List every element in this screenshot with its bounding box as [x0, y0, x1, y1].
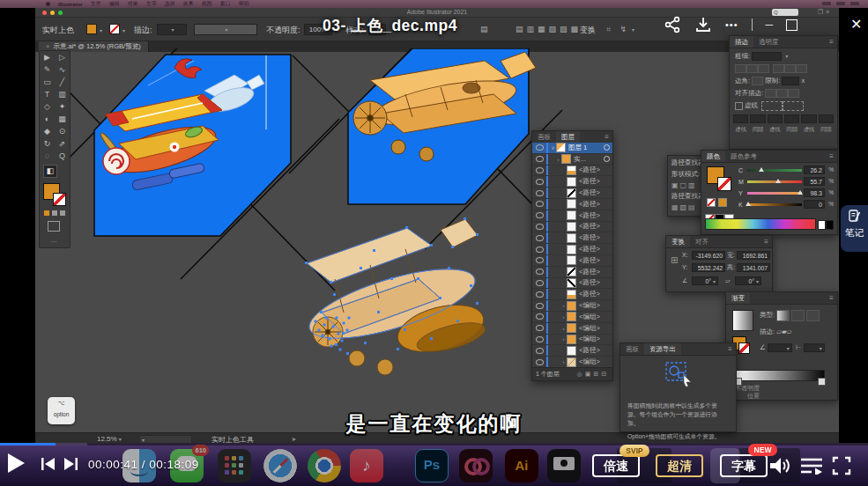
- layer-label[interactable]: 实...: [574, 155, 586, 164]
- color-mini-swatches[interactable]: [707, 198, 727, 207]
- visibility-eye-icon[interactable]: [536, 212, 544, 218]
- tab-align[interactable]: 对齐: [690, 236, 714, 247]
- gradient-angle-field[interactable]: [768, 343, 792, 352]
- tab-artboards-2[interactable]: 画板: [620, 343, 644, 355]
- menubar-item[interactable]: 帮助: [239, 0, 249, 8]
- tab-transparency[interactable]: 透明度: [753, 36, 784, 48]
- playlist-icon[interactable]: [800, 457, 823, 475]
- menubar-item[interactable]: 对象: [128, 0, 138, 8]
- layer-label[interactable]: <路径>: [579, 200, 600, 209]
- target-circle-icon[interactable]: [604, 144, 610, 151]
- menubar-app-name[interactable]: Illustrator: [58, 2, 83, 7]
- paintbrush-tool[interactable]: ✦: [59, 103, 66, 111]
- more-options-icons[interactable]: ⌗ ↯: [606, 25, 638, 34]
- layer-row[interactable]: ›<编组>: [532, 335, 612, 346]
- gradient-tool[interactable]: ◐: [45, 115, 49, 123]
- visibility-eye-icon[interactable]: [536, 269, 544, 275]
- layer-row[interactable]: <路径>: [532, 176, 612, 188]
- disclosure-icon[interactable]: ›: [555, 157, 561, 162]
- gradient-slider[interactable]: [735, 370, 825, 381]
- dashed-line-checkbox[interactable]: [735, 102, 743, 110]
- layer-row[interactable]: ∨图层 1: [532, 143, 612, 154]
- slider-knob[interactable]: [775, 179, 781, 183]
- stroke-proxy-swatch[interactable]: [53, 193, 66, 206]
- eyedropper-tool[interactable]: ◆: [44, 128, 50, 136]
- live-paint-bucket-tool[interactable]: ◧: [43, 165, 57, 178]
- download-icon[interactable]: [694, 16, 712, 33]
- layer-row[interactable]: <路径>: [532, 289, 612, 300]
- color-fill-stroke-proxy[interactable]: [707, 166, 733, 193]
- visibility-eye-icon[interactable]: [536, 359, 544, 365]
- stroke-weight-field[interactable]: [752, 52, 782, 61]
- layer-row[interactable]: <路径>: [532, 345, 612, 357]
- disclosure-icon[interactable]: ›: [560, 359, 567, 364]
- panel-menu-icon[interactable]: ≡: [728, 345, 732, 353]
- visibility-eye-icon[interactable]: [536, 235, 544, 241]
- visibility-eye-icon[interactable]: [536, 247, 544, 253]
- rotate-tool[interactable]: ↻: [44, 140, 51, 148]
- maximize-icon[interactable]: [786, 19, 798, 31]
- rectangle-tool[interactable]: ▭: [43, 78, 51, 86]
- visibility-eye-icon[interactable]: [536, 167, 544, 173]
- dash-preset-button[interactable]: [783, 101, 804, 111]
- layer-label[interactable]: <路径>: [579, 177, 600, 186]
- gradient-stroke-icons[interactable]: ▱▰▱: [776, 328, 791, 335]
- align-icons[interactable]: ▤▥▦▧▨▩: [516, 25, 582, 33]
- tab-color[interactable]: 颜色: [701, 151, 725, 162]
- menubar-item[interactable]: 文件: [91, 0, 101, 8]
- disclosure-icon[interactable]: ›: [560, 303, 567, 308]
- visibility-eye-icon[interactable]: [536, 201, 544, 207]
- layer-label[interactable]: <编组>: [579, 324, 600, 333]
- dash-value-fields[interactable]: [733, 114, 834, 123]
- disclosure-icon[interactable]: ›: [560, 326, 567, 331]
- visibility-eye-icon[interactable]: [536, 156, 544, 162]
- panel-menu-icon[interactable]: ≡: [605, 133, 609, 141]
- tab-layers[interactable]: 图层: [556, 131, 580, 143]
- visibility-eye-icon[interactable]: [536, 224, 544, 230]
- channel-slider[interactable]: [747, 169, 802, 172]
- transform-field-value[interactable]: 5532.242: [692, 263, 725, 272]
- layer-row[interactable]: ›<编组>: [532, 323, 612, 335]
- brush-definition-dropdown[interactable]: [194, 24, 257, 35]
- layer-row[interactable]: ›实...: [532, 154, 612, 166]
- target-circle-icon[interactable]: [604, 156, 610, 162]
- type-tool[interactable]: T: [45, 91, 50, 99]
- layer-label[interactable]: <路径>: [579, 256, 600, 265]
- minimize-icon[interactable]: ─: [766, 18, 774, 31]
- screen-mode-button[interactable]: [48, 221, 60, 232]
- video-progress-bar[interactable]: [0, 443, 868, 446]
- play-button[interactable]: [8, 453, 25, 473]
- stroke-chevron-icon[interactable]: [121, 26, 125, 34]
- selection-tool[interactable]: ▶: [44, 54, 50, 62]
- rotate-angle-field[interactable]: 0°: [692, 276, 718, 285]
- layer-label[interactable]: <路径>: [579, 233, 600, 242]
- corner-button[interactable]: [752, 77, 763, 85]
- pen-tool[interactable]: ✎: [44, 66, 51, 74]
- transform-field-value[interactable]: 1692.861: [737, 251, 770, 260]
- scale-tool[interactable]: ⇗: [59, 140, 66, 148]
- safari-icon[interactable]: [263, 449, 297, 482]
- fill-color-swatch[interactable]: [86, 24, 97, 34]
- blend-tool[interactable]: ⊙: [59, 128, 66, 136]
- visibility-eye-icon[interactable]: [536, 291, 544, 298]
- layer-row[interactable]: <路径>: [532, 278, 612, 290]
- tab-stroke[interactable]: 描边: [730, 36, 753, 48]
- tab-color-guide[interactable]: 颜色参考: [725, 151, 762, 162]
- visibility-eye-icon[interactable]: [536, 144, 544, 151]
- volume-icon[interactable]: [768, 455, 791, 476]
- shaper-tool[interactable]: ◇: [44, 103, 50, 111]
- line-tool[interactable]: ╱: [60, 78, 64, 86]
- fullscreen-icon[interactable]: [832, 456, 851, 475]
- channel-value[interactable]: 26.2: [804, 166, 825, 174]
- channel-slider[interactable]: [747, 192, 802, 195]
- color-spectrum-bar[interactable]: [705, 218, 816, 230]
- visibility-eye-icon[interactable]: [536, 348, 544, 354]
- photoshop-icon[interactable]: Ps: [415, 449, 449, 482]
- channel-slider[interactable]: [747, 203, 802, 206]
- gradient-type-buttons[interactable]: [776, 310, 820, 321]
- slider-knob[interactable]: [746, 202, 751, 206]
- visibility-eye-icon[interactable]: [536, 313, 544, 320]
- cap-buttons[interactable]: [735, 64, 832, 73]
- dash-preset-button[interactable]: [761, 101, 783, 111]
- layer-row[interactable]: <路径>: [532, 199, 612, 210]
